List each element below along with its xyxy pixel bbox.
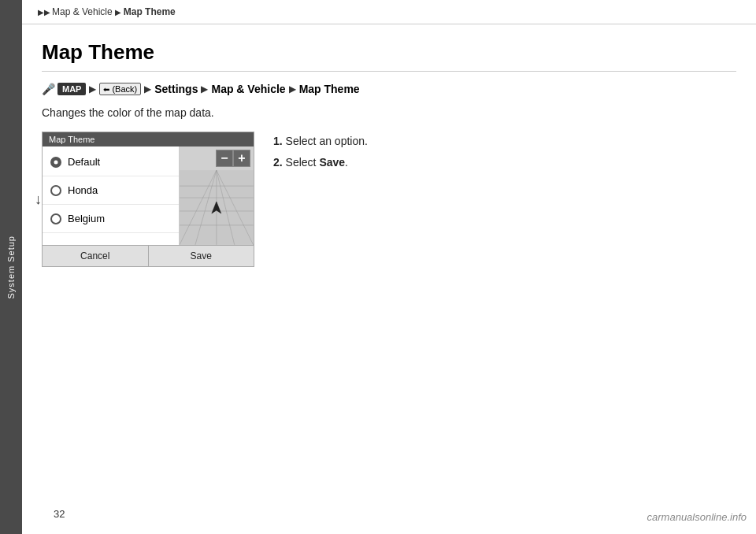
instruction-list: 1. Select an option. 2. Select Save. (273, 132, 368, 172)
zoom-in-button[interactable]: + (233, 150, 250, 167)
instruction-2-num: 2. (273, 156, 283, 169)
mic-icon: 🎤 (42, 83, 54, 95)
page-content: Map Theme 🎤 MAP ▶ ⬅ (Back) ▶ Settings ▶ … (22, 24, 756, 283)
radio-belgium[interactable] (50, 213, 61, 224)
sidebar: System Setup (0, 0, 22, 534)
down-arrow-icon: ↓ (35, 191, 42, 208)
zoom-out-button[interactable]: − (216, 150, 233, 167)
option-honda-label: Honda (68, 184, 98, 196)
map-button: MAP (57, 83, 86, 95)
instruction-1: 1. Select an option. (273, 132, 368, 151)
map-ui-footer-buttons: Cancel Save (43, 245, 254, 266)
map-theme-ui: ↓ Map Theme Default Honda (42, 132, 254, 267)
main-content: ▶▶ Map & Vehicle ▶ Map Theme Map Theme 🎤… (22, 0, 756, 534)
map-options-list: Default Honda Belgium (43, 146, 180, 245)
option-belgium-label: Belgium (68, 213, 105, 224)
breadcrumb-part2: Map Theme (124, 6, 176, 17)
list-item[interactable]: Honda (43, 176, 179, 205)
nav-arrow-4: ▶ (289, 83, 296, 95)
nav-arrow-1: ▶ (89, 83, 96, 95)
instructions: 1. Select an option. 2. Select Save. (273, 132, 368, 174)
watermark: carmanualsonline.info (647, 511, 747, 523)
instruction-1-num: 1. (273, 135, 283, 147)
instruction-2-bold: Save (319, 156, 345, 169)
nav-arrow-3: ▶ (201, 83, 208, 95)
breadcrumb-arrows: ▶▶ (38, 8, 50, 17)
sidebar-label: System Setup (6, 235, 16, 299)
nav-arrow-2: ▶ (144, 83, 151, 95)
two-column-layout: ↓ Map Theme Default Honda (42, 132, 736, 267)
page-title: Map Theme (42, 40, 736, 72)
nav-mapvehicle: Map & Vehicle (211, 83, 285, 95)
instruction-2-pre: Select (286, 156, 320, 169)
back-button: ⬅ (Back) (99, 83, 141, 95)
nav-path: 🎤 MAP ▶ ⬅ (Back) ▶ Settings ▶ Map & Vehi… (42, 83, 736, 95)
map-ui-body: Default Honda Belgium (43, 146, 254, 245)
breadcrumb-part1: Map & Vehicle (52, 6, 113, 17)
option-default-label: Default (68, 156, 100, 168)
nav-settings: Settings (154, 83, 198, 95)
map-grid (180, 170, 254, 245)
map-ui-title: Map Theme (43, 132, 254, 146)
instruction-2: 2. Select Save. (273, 153, 368, 172)
list-item[interactable]: Belgium (43, 205, 179, 233)
breadcrumb: ▶▶ Map & Vehicle ▶ Map Theme (22, 0, 756, 24)
instruction-1-text: Select an option. (286, 135, 368, 147)
radio-honda[interactable] (50, 185, 61, 196)
list-item[interactable]: Default (43, 146, 179, 176)
map-svg (180, 170, 254, 245)
instruction-2-post: . (345, 156, 348, 169)
back-icon: ⬅ (103, 85, 109, 94)
map-zoom-controls: − + (180, 146, 254, 170)
cancel-button[interactable]: Cancel (43, 246, 149, 266)
nav-maptheme: Map Theme (299, 83, 360, 95)
back-label: (Back) (112, 84, 137, 94)
body-text: Changes the color of the map data. (42, 106, 736, 119)
radio-default[interactable] (50, 157, 61, 168)
page-number: 32 (44, 508, 65, 520)
map-preview: − + (180, 146, 254, 245)
breadcrumb-sep1: ▶ (115, 8, 121, 17)
save-button[interactable]: Save (149, 246, 254, 266)
